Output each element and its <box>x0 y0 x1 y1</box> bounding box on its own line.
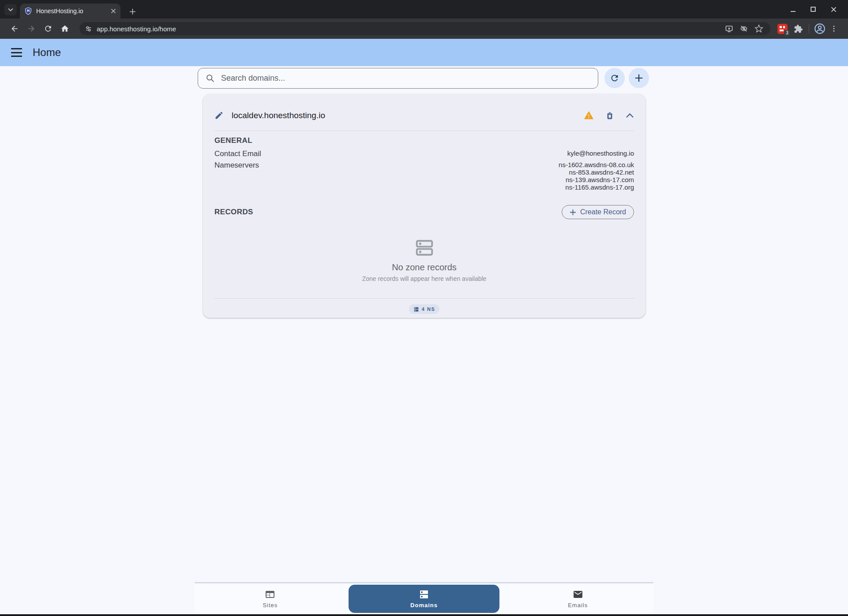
toolbar-right-icons: 3 <box>776 22 841 36</box>
contact-email-value: kyle@honesthosting.io <box>567 149 634 158</box>
tab-close-icon[interactable] <box>111 8 116 14</box>
empty-state-title: No zone records <box>392 262 457 273</box>
page-title: Home <box>33 46 61 59</box>
back-arrow-icon <box>10 24 19 33</box>
search-input[interactable] <box>198 68 598 89</box>
extension-badge: 3 <box>784 30 790 36</box>
browser-toolbar: app.honesthosting.io/home 3 <box>0 19 848 39</box>
warning-icon <box>584 110 594 120</box>
refresh-domains-button[interactable] <box>604 68 625 88</box>
eye-off-icon <box>739 24 748 33</box>
extensions-button[interactable] <box>791 22 805 36</box>
new-tab-button[interactable] <box>127 6 138 17</box>
dns-icon <box>413 306 419 312</box>
app-header: Home <box>0 39 848 66</box>
records-empty-state: No zone records Zone records will appear… <box>214 238 634 282</box>
tab-title: HonestHosting.io <box>36 7 111 15</box>
chevron-up-icon <box>626 113 634 118</box>
nav-item-sites[interactable]: Sites <box>195 583 346 614</box>
nav-label-sites: Sites <box>263 602 278 609</box>
ns-count-label: 4 NS <box>422 306 435 312</box>
contact-email-row: Contact Email kyle@honesthosting.io <box>214 149 634 158</box>
reading-mode-button[interactable] <box>738 22 750 35</box>
nameserver-item: ns-1602.awsdns-08.co.uk <box>559 161 634 168</box>
domain-name: localdev.honesthosting.io <box>232 111 572 120</box>
sites-icon <box>265 589 275 600</box>
screen: { "browser": { "tab_title": "HonestHosti… <box>0 0 848 616</box>
chip-row: 4 NS <box>214 304 634 314</box>
nameserver-item: ns-1165.awsdns-17.org <box>559 183 634 191</box>
close-icon <box>831 7 837 12</box>
window-minimize-button[interactable] <box>783 0 803 19</box>
reload-icon <box>44 24 53 33</box>
card-divider <box>214 298 634 299</box>
profile-avatar[interactable] <box>813 22 827 36</box>
site-settings-icon[interactable] <box>85 25 92 33</box>
add-domain-button[interactable] <box>629 68 649 88</box>
nameservers-list: ns-1602.awsdns-08.co.uk ns-853.awsdns-42… <box>559 161 634 191</box>
toolbar-divider <box>809 24 809 33</box>
browser-tabstrip: H HonestHosting.io <box>0 0 848 19</box>
minimize-icon <box>790 7 796 12</box>
browser-menu-button[interactable] <box>827 22 841 36</box>
domain-card-header: localdev.honesthosting.io <box>214 94 634 131</box>
domains-icon <box>419 589 429 600</box>
nameserver-item: ns-853.awsdns-42.net <box>559 168 634 176</box>
nameserver-item: ns-139.awsdns-17.com <box>559 176 634 183</box>
nav-item-emails[interactable]: Emails <box>502 583 653 614</box>
tab-search-button[interactable] <box>4 4 17 15</box>
nameservers-row: Nameservers ns-1602.awsdns-08.co.uk ns-8… <box>214 161 634 191</box>
maximize-icon <box>810 7 816 12</box>
back-button[interactable] <box>7 21 22 36</box>
menu-button[interactable] <box>11 48 23 57</box>
nav-label-domains: Domains <box>410 602 438 609</box>
window-bottom-edge <box>0 614 848 616</box>
ns-count-chip[interactable]: 4 NS <box>409 304 439 314</box>
home-button[interactable] <box>57 21 72 36</box>
url-text[interactable]: app.honesthosting.io/home <box>97 25 720 33</box>
url-bar[interactable]: app.honesthosting.io/home <box>79 22 770 35</box>
install-app-button[interactable] <box>723 22 735 35</box>
nameservers-label: Nameservers <box>214 161 259 191</box>
svg-text:H: H <box>27 9 30 13</box>
bottom-navigation: Sites Domains Emails <box>195 582 653 614</box>
create-record-label: Create Record <box>580 208 626 216</box>
emails-icon <box>573 589 583 600</box>
window-close-button[interactable] <box>823 0 844 19</box>
contact-email-label: Contact Email <box>214 149 261 158</box>
edit-pencil-icon[interactable] <box>214 111 224 120</box>
nav-label-emails: Emails <box>568 602 588 609</box>
delete-domain-button[interactable] <box>605 111 614 120</box>
chevron-down-icon <box>8 8 13 11</box>
records-section-header: RECORDS Create Record <box>214 205 634 219</box>
records-section-label: RECORDS <box>214 208 253 217</box>
home-icon <box>60 24 69 33</box>
collapse-card-button[interactable] <box>626 113 634 118</box>
empty-state-subtitle: Zone records will appear here when avail… <box>362 275 487 282</box>
kebab-menu-icon <box>830 25 838 33</box>
plus-icon <box>129 8 136 15</box>
refresh-icon <box>610 73 619 83</box>
reload-button[interactable] <box>41 21 56 36</box>
browser-tab[interactable]: H HonestHosting.io <box>20 4 120 19</box>
plus-icon <box>634 73 644 83</box>
forward-button[interactable] <box>24 21 39 36</box>
puzzle-icon <box>794 24 803 34</box>
hamburger-icon <box>11 48 22 49</box>
bookmark-button[interactable] <box>753 22 765 35</box>
trash-icon <box>605 111 614 120</box>
favicon-shield-icon: H <box>24 7 32 15</box>
extension-pinned-icon[interactable]: 3 <box>777 24 788 34</box>
person-icon <box>814 23 825 34</box>
domain-card: localdev.honesthosting.io GENERAL Contac… <box>203 94 645 318</box>
warning-indicator[interactable] <box>584 110 594 120</box>
create-record-button[interactable]: Create Record <box>562 205 634 219</box>
window-controls <box>783 0 844 19</box>
general-section: GENERAL Contact Email kyle@honesthosting… <box>214 136 634 191</box>
general-section-label: GENERAL <box>214 136 634 145</box>
forward-arrow-icon <box>27 24 36 33</box>
window-maximize-button[interactable] <box>803 0 823 19</box>
star-icon <box>754 24 763 33</box>
plus-icon <box>570 209 576 216</box>
nav-item-domains[interactable]: Domains <box>349 585 500 613</box>
